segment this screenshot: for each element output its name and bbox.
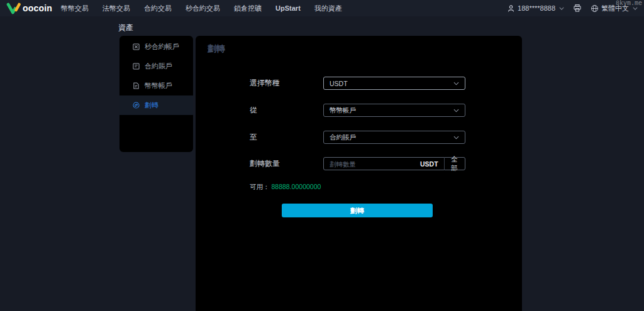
sidebar-item-label: 秒合約帳戶 bbox=[145, 42, 179, 52]
currency-label: 選擇幣種 bbox=[250, 77, 280, 90]
nav-item-lockup-mining[interactable]: 鎖倉挖礦 bbox=[234, 4, 262, 13]
chevron-down-icon bbox=[453, 109, 459, 112]
from-account-select-value: 幣幣帳戶 bbox=[330, 106, 452, 115]
transfer-submit-button[interactable]: 劃轉 bbox=[282, 204, 433, 217]
chevron-down-icon bbox=[453, 136, 459, 139]
contract-account-icon bbox=[133, 63, 140, 70]
page: 8kym.me oocoin 幣幣交易 法幣交易 合約交易 秒合約交易 鎖倉挖礦… bbox=[0, 0, 644, 311]
amount-field: USDT 全部 bbox=[323, 157, 465, 170]
nav-item-upstart[interactable]: UpStart bbox=[275, 4, 301, 12]
amount-label: 劃轉數量 bbox=[250, 157, 280, 170]
sidebar-item-label: 劃轉 bbox=[145, 101, 158, 110]
user-icon bbox=[507, 4, 515, 13]
available-label: 可用： bbox=[250, 183, 270, 190]
to-account-select[interactable]: 合約賬戶 bbox=[323, 131, 465, 144]
logo-v-icon bbox=[6, 3, 21, 14]
available-value: 88888.00000000 bbox=[272, 183, 321, 190]
nav-item-spot-trade[interactable]: 幣幣交易 bbox=[61, 4, 89, 13]
chevron-down-icon bbox=[633, 7, 638, 10]
available-balance: 可用：88888.00000000 bbox=[250, 183, 321, 192]
printer-icon bbox=[573, 4, 582, 13]
page-title: 資產 bbox=[118, 23, 133, 33]
seconds-contract-account-icon bbox=[133, 43, 140, 50]
sidebar-item-spot-account[interactable]: 幣幣帳戶 bbox=[119, 76, 193, 95]
sidebar-item-contract-account[interactable]: 合約賬戶 bbox=[119, 57, 193, 76]
sidebar-item-seconds-contract-account[interactable]: 秒合約帳戶 bbox=[119, 37, 193, 57]
account-number: 188****8888 bbox=[518, 4, 555, 12]
sidebar-item-label: 幣幣帳戶 bbox=[145, 81, 172, 90]
logo-text: oocoin bbox=[23, 3, 52, 13]
sidebar-item-label: 合約賬戶 bbox=[145, 62, 172, 71]
amount-input[interactable] bbox=[324, 158, 420, 170]
from-account-select[interactable]: 幣幣帳戶 bbox=[323, 104, 465, 117]
main-nav: 幣幣交易 法幣交易 合約交易 秒合約交易 鎖倉挖礦 UpStart 我的資產 bbox=[61, 4, 342, 13]
currency-select[interactable]: USDT bbox=[323, 77, 465, 90]
account-menu[interactable]: 188****8888 bbox=[507, 4, 564, 13]
nav-item-seconds-contract-trade[interactable]: 秒合約交易 bbox=[186, 4, 220, 13]
watermark: 8kym.me bbox=[616, 0, 642, 7]
currency-select-value: USDT bbox=[330, 80, 452, 87]
app-download-button[interactable] bbox=[573, 4, 582, 13]
nav-item-contract-trade[interactable]: 合約交易 bbox=[144, 4, 172, 13]
top-nav: oocoin 幣幣交易 法幣交易 合約交易 秒合約交易 鎖倉挖礦 UpStart… bbox=[0, 0, 644, 16]
transfer-panel: 劃轉 選擇幣種 USDT 從 幣幣帳戶 至 合約賬戶 劃轉數量 USDT bbox=[196, 36, 522, 311]
chevron-down-icon bbox=[559, 7, 564, 10]
nav-item-my-assets[interactable]: 我的資產 bbox=[314, 4, 342, 13]
chevron-down-icon bbox=[453, 82, 459, 85]
panel-title: 劃轉 bbox=[208, 43, 225, 55]
amount-all-button[interactable]: 全部 bbox=[444, 155, 465, 173]
spot-account-icon bbox=[133, 82, 140, 89]
to-account-select-value: 合約賬戶 bbox=[330, 133, 452, 142]
logo[interactable]: oocoin bbox=[6, 3, 52, 14]
from-label: 從 bbox=[250, 104, 257, 117]
to-label: 至 bbox=[250, 131, 257, 144]
sidebar: 秒合約帳戶 合約賬戶 幣幣帳戶 bbox=[119, 36, 193, 152]
globe-icon bbox=[591, 4, 599, 13]
amount-unit: USDT bbox=[420, 160, 438, 168]
sidebar-item-transfer[interactable]: 劃轉 bbox=[119, 95, 193, 115]
transfer-icon bbox=[133, 102, 140, 109]
nav-item-fiat-trade[interactable]: 法幣交易 bbox=[103, 4, 130, 13]
